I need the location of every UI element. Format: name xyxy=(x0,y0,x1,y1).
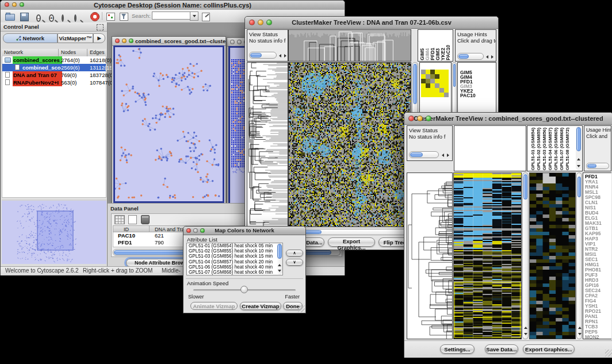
gene-name[interactable]: MON2 xyxy=(585,335,611,339)
scrollbar-thumb[interactable] xyxy=(413,64,417,104)
zoom-icon[interactable] xyxy=(426,116,431,121)
column-label[interactable]: GIM3 xyxy=(435,48,439,60)
column-label[interactable]: YKE2 xyxy=(440,48,445,60)
column-label[interactable]: GPL51-07 (GSM868) xyxy=(559,128,564,170)
scrollbar-thumb[interactable] xyxy=(587,164,596,168)
zoom-heatmap-canvas[interactable] xyxy=(530,173,575,339)
search-input[interactable] xyxy=(152,12,191,20)
scroll-left-icon[interactable] xyxy=(440,152,445,158)
heatmap-hscrollbar[interactable] xyxy=(288,229,411,235)
column-label[interactable]: PAC10 xyxy=(445,45,450,60)
column-label[interactable]: GPL51-04 (GSM857) xyxy=(548,128,552,170)
move-down-button[interactable]: ∨ xyxy=(286,259,303,266)
help-lifering-icon[interactable] xyxy=(90,12,100,21)
attribute-item[interactable]: GPL51-07 (GSM868) heat shock 60 min xyxy=(187,270,282,275)
heatmap-canvas[interactable] xyxy=(289,63,411,227)
move-up-button[interactable]: ∧ xyxy=(286,250,303,256)
zoom-in-icon[interactable]: + xyxy=(49,12,59,21)
column-label[interactable]: GPL51-01 (GSM854) xyxy=(530,128,535,170)
scroll-right-icon[interactable] xyxy=(489,54,495,59)
scroll-down-icon[interactable] xyxy=(523,331,528,336)
minimize-icon[interactable] xyxy=(417,116,423,121)
network-row[interactable]: DNA and Tran 07 769(0) 183728(0) xyxy=(2,71,106,79)
animate-vizmap-button[interactable]: Animate Vizmap xyxy=(190,302,238,310)
minimize-icon[interactable] xyxy=(258,20,263,25)
cytoscape-titlebar[interactable]: Cytoscape Desktop (Session Name: collins… xyxy=(1,1,345,10)
column-labels-vscrollbar[interactable] xyxy=(576,127,582,170)
scrollbar-thumb[interactable] xyxy=(458,54,469,59)
scroll-up-icon[interactable] xyxy=(277,262,282,267)
treeview2-button[interactable]: Save Data... xyxy=(485,344,518,354)
column-dendrogram-canvas[interactable] xyxy=(289,30,411,61)
table-grid-icon[interactable] xyxy=(114,215,125,224)
heatmap-vscrollbar[interactable] xyxy=(522,173,529,339)
zoom-selected-icon[interactable] xyxy=(62,12,71,21)
dialog-titlebar[interactable]: Map Colors to Network xyxy=(183,227,305,235)
float-panel-icon[interactable] xyxy=(97,24,104,30)
search-dropdown-button[interactable] xyxy=(190,12,198,21)
network-view1-canvas[interactable] xyxy=(115,47,223,200)
close-icon[interactable] xyxy=(230,40,235,44)
delete-trash-icon[interactable] xyxy=(141,215,150,224)
minimize-icon[interactable] xyxy=(12,2,17,7)
row-dendrogram-canvas[interactable] xyxy=(247,63,288,227)
zoom-heatmap-canvas[interactable] xyxy=(421,70,449,97)
usage-hints-hscrollbar[interactable] xyxy=(457,53,484,60)
treeview1-titlebar[interactable]: ClusterMaker TreeView : DNA and Tran 07-… xyxy=(245,17,498,29)
scrollbar-thumb[interactable] xyxy=(410,152,423,157)
close-icon[interactable] xyxy=(186,228,191,233)
speed-slider-thumb[interactable] xyxy=(240,286,248,293)
zoom-icon[interactable] xyxy=(266,20,272,25)
col-edges[interactable]: Edges xyxy=(87,49,106,56)
attribute-list-vscrollbar[interactable] xyxy=(277,243,282,275)
zoom-icon[interactable] xyxy=(129,39,133,43)
attribute-item[interactable]: GPL51-04 (GSM857) heat shock 20 min xyxy=(187,259,282,265)
attribute-item[interactable]: GPL51-01 (GSM854) heat shock 05 min xyxy=(187,243,282,248)
scrollbar-thumb[interactable] xyxy=(277,244,282,259)
close-icon[interactable] xyxy=(408,116,414,121)
treeview2-button[interactable]: Export Graphics... xyxy=(523,344,575,354)
row-dendrogram-canvas[interactable] xyxy=(407,173,452,339)
save-icon[interactable] xyxy=(20,12,29,21)
scrollbar-thumb[interactable] xyxy=(453,64,456,87)
annotation-icon[interactable] xyxy=(202,12,212,21)
scroll-up-icon[interactable] xyxy=(523,325,528,330)
zoom-fit-icon[interactable] xyxy=(74,12,84,21)
heatmap-canvas[interactable] xyxy=(454,173,521,339)
column-label[interactable]: GIM5 xyxy=(419,48,424,60)
zoom-icon[interactable] xyxy=(20,2,24,7)
minimize-icon[interactable] xyxy=(193,228,198,233)
scroll-left-icon[interactable] xyxy=(277,53,282,58)
create-vizmap-button[interactable]: Create Vizmap xyxy=(240,302,281,310)
view-status-hscrollbar[interactable] xyxy=(409,151,439,158)
treeview1-button[interactable]: Export Graphics... xyxy=(328,237,375,247)
close-icon[interactable] xyxy=(249,20,255,25)
col-network[interactable]: Network xyxy=(2,49,59,56)
attribute-item[interactable]: GPL51-03 (GSM856) heat shock 15 min xyxy=(187,254,282,259)
view-status-hscrollbar[interactable] xyxy=(249,52,277,59)
treeview2-button[interactable]: Settings... xyxy=(440,344,475,354)
column-label[interactable]: GPL51-02 (GSM855) xyxy=(536,128,541,170)
network-row[interactable]: RNAPuberNov2+I 563(0) 107847(0) xyxy=(2,79,106,86)
open-file-icon[interactable] xyxy=(5,12,15,21)
scroll-down-icon[interactable] xyxy=(277,268,282,273)
column-label[interactable]: GPL51-03 (GSM856) xyxy=(542,128,546,170)
network-row[interactable]: combined_sco 2569(6) 13112(15) xyxy=(2,64,106,71)
resize-grip[interactable] xyxy=(605,350,612,357)
column-label[interactable]: GIM4 xyxy=(424,48,429,60)
scrollbar-thumb[interactable] xyxy=(523,174,527,200)
birdseye-icon[interactable] xyxy=(106,12,116,21)
col-nodes[interactable]: Nodes xyxy=(59,49,87,56)
scroll-right-icon[interactable] xyxy=(282,53,288,58)
scroll-up-icon[interactable] xyxy=(576,156,581,162)
scroll-up-icon[interactable] xyxy=(577,325,582,330)
scrollbar-thumb[interactable] xyxy=(250,53,262,58)
column-label[interactable]: GPL51-06 (GSM865) xyxy=(553,128,558,170)
scroll-left-icon[interactable] xyxy=(484,54,489,59)
attribute-item[interactable]: GPL51-02 (GSM855) heat shock 10 min xyxy=(187,248,282,254)
close-icon[interactable] xyxy=(115,39,120,43)
network-view1-titlebar[interactable]: combined_scores_good.txt--cluste... xyxy=(112,37,225,46)
treeview2-titlebar[interactable]: ClusterMaker TreeView : combined_scores_… xyxy=(404,113,612,125)
scroll-down-icon[interactable] xyxy=(576,163,581,168)
zoom-out-icon[interactable]: – xyxy=(36,12,46,21)
